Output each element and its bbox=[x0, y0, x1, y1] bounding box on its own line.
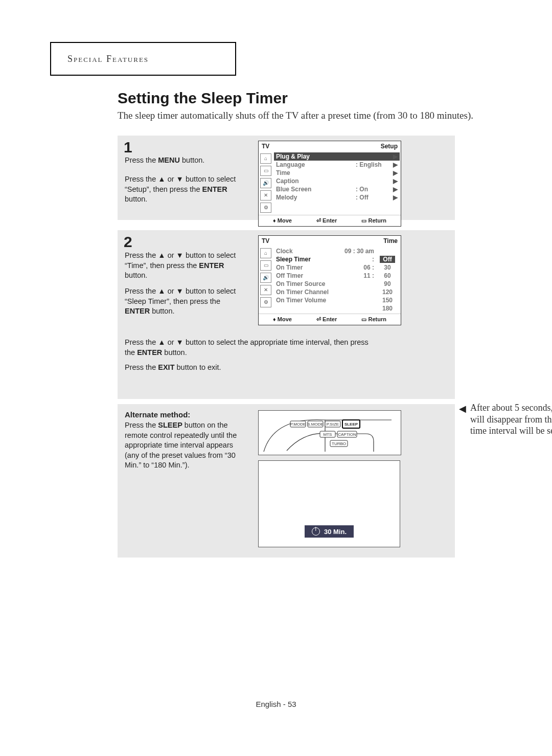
osd-row-on-timer-volume: On Timer Volume150 bbox=[276, 296, 398, 304]
osd-time-list: Clock09 : 30 am Sleep Timer:Off On Timer… bbox=[273, 246, 401, 314]
osd-foot-enter: ⏎ Enter bbox=[316, 316, 337, 323]
remote-pmode-label: P.MODE bbox=[290, 422, 306, 427]
setup-icon: ✕ bbox=[260, 285, 271, 295]
osd-foot-move: ♦ Move bbox=[273, 217, 292, 224]
step1-text-a: Press the MENU button. bbox=[125, 156, 227, 164]
sliders-icon: ⚙ bbox=[260, 297, 271, 307]
step-number-1: 1 bbox=[124, 139, 132, 156]
osd-category-icons: ⌂ ▭ 🔊 ✕ ⚙ bbox=[259, 151, 273, 215]
remote-turbo-label: TURBO bbox=[332, 441, 346, 446]
osd-foot-move: ♦ Move bbox=[273, 316, 292, 323]
step2-text-a: Press the ▲ or ▼ button to select “Time”… bbox=[125, 251, 242, 281]
remote-mts-label: MTS bbox=[324, 432, 332, 437]
tv-icon: ⌂ bbox=[260, 153, 271, 164]
section-header: Special Features bbox=[51, 54, 149, 64]
osd-row-melody: Melody: Off▶ bbox=[276, 193, 398, 202]
osd-row-option-180: 180 bbox=[276, 304, 398, 313]
osd-time-menu: TV Time ⌂ ▭ 🔊 ✕ ⚙ Clock09 : 30 am Sleep … bbox=[258, 235, 401, 325]
step-number-2: 2 bbox=[124, 233, 132, 251]
osd-sleep-value: 30 Min. bbox=[324, 528, 347, 536]
remote-svg: P.MODE S.MODE P.SIZE SLEEP MTS CAPTION T… bbox=[259, 411, 401, 455]
osd-menu-title: Time bbox=[383, 237, 398, 244]
osd-sleep-indicator: 30 Min. bbox=[305, 525, 354, 538]
osd-row-on-timer: On Timer06 :30 bbox=[276, 263, 398, 272]
step-2-panel: 2 Press the ▲ or ▼ button to select “Tim… bbox=[118, 230, 455, 399]
osd-setup-list: Plug & Play▶ Language: English▶ Time▶ Ca… bbox=[273, 151, 401, 215]
intro-text: The sleep timer automatically shuts off … bbox=[118, 110, 486, 121]
sliders-icon: ⚙ bbox=[260, 203, 271, 213]
alternate-heading: Alternate method: bbox=[125, 410, 190, 419]
step1-text-b: Press the ▲ or ▼ button to select “Setup… bbox=[125, 174, 242, 205]
power-timer-icon bbox=[312, 527, 320, 536]
chevron-right-icon: ▶ bbox=[392, 161, 398, 168]
chevron-right-icon: ▶ bbox=[392, 169, 398, 176]
chevron-right-icon: ▶ bbox=[392, 194, 398, 201]
picture-icon: ▭ bbox=[260, 166, 271, 176]
osd-tv-label: TV bbox=[262, 237, 269, 244]
up-triangle-icon: ▲ bbox=[158, 175, 165, 183]
section-header-box: Special Features bbox=[50, 42, 236, 76]
tv-icon: ⌂ bbox=[260, 248, 271, 258]
down-triangle-icon: ▼ bbox=[176, 175, 183, 183]
osd-row-on-timer-source: On Timer Source90 bbox=[276, 280, 398, 288]
osd-row-clock: Clock09 : 30 am bbox=[276, 247, 398, 255]
osd-row-on-timer-channel: On Timer Channel120 bbox=[276, 288, 398, 296]
step-1-panel: 1 Press the MENU button. Press the ▲ or … bbox=[118, 136, 455, 220]
osd-titlebar: TV Setup bbox=[259, 141, 401, 151]
osd-footer: ♦ Move ⏎ Enter ▭ Return bbox=[259, 215, 401, 226]
osd-row-plug-play: Plug & Play▶ bbox=[274, 152, 400, 161]
alternate-method-panel: Alternate method: Press the SLEEP button… bbox=[118, 404, 455, 558]
picture-icon: ▭ bbox=[260, 260, 271, 271]
osd-setup-menu: TV Setup ⌂ ▭ 🔊 ✕ ⚙ Plug & Play▶ Language… bbox=[258, 141, 401, 227]
remote-caption-label: CAPTION bbox=[338, 432, 356, 437]
alternate-text: Press the SLEEP button on the remote con… bbox=[125, 420, 242, 471]
osd-row-off-timer: Off Timer11 :60 bbox=[276, 272, 398, 280]
manual-page: Special Features Setting the Sleep Timer… bbox=[0, 0, 552, 756]
side-note: After about 5 seconds, the sleep display… bbox=[470, 402, 552, 437]
osd-foot-return: ▭ Return bbox=[361, 316, 386, 323]
sleep-timer-selected-option: Off bbox=[380, 256, 395, 263]
up-triangle-icon: ▲ bbox=[158, 338, 165, 346]
osd-row-language: Language: English▶ bbox=[276, 161, 398, 169]
osd-foot-return: ▭ Return bbox=[361, 217, 386, 224]
step2-text-b: Press the ▲ or ▼ button to select “Sleep… bbox=[125, 286, 242, 317]
left-triangle-icon: ◀ bbox=[459, 403, 466, 414]
remote-illustration: P.MODE S.MODE P.SIZE SLEEP MTS CAPTION T… bbox=[258, 410, 401, 455]
osd-row-caption: Caption▶ bbox=[276, 177, 398, 185]
page-footer: English - 53 bbox=[0, 700, 552, 708]
remote-smode-label: S.MODE bbox=[307, 422, 324, 427]
up-triangle-icon: ▲ bbox=[158, 287, 165, 295]
osd-footer: ♦ Move ⏎ Enter ▭ Return bbox=[259, 314, 401, 325]
osd-tv-label: TV bbox=[262, 143, 269, 150]
osd-menu-title: Setup bbox=[381, 143, 398, 150]
osd-row-time: Time▶ bbox=[276, 169, 398, 177]
step2-text-d: Press the EXIT button to exit. bbox=[125, 363, 380, 371]
chevron-right-icon: ▶ bbox=[392, 153, 398, 160]
down-triangle-icon: ▼ bbox=[176, 251, 183, 259]
step2-text-c: Press the ▲ or ▼ button to select the ap… bbox=[125, 338, 380, 358]
tv-screen-illustration: 30 Min. bbox=[258, 460, 400, 547]
remote-psize-label: P.SIZE bbox=[327, 422, 339, 427]
down-triangle-icon: ▼ bbox=[176, 338, 183, 346]
up-triangle-icon: ▲ bbox=[158, 251, 165, 259]
down-triangle-icon: ▼ bbox=[176, 287, 183, 295]
osd-titlebar: TV Time bbox=[259, 236, 401, 246]
chevron-right-icon: ▶ bbox=[392, 186, 398, 193]
chevron-right-icon: ▶ bbox=[392, 177, 398, 185]
osd-foot-enter: ⏎ Enter bbox=[316, 217, 337, 224]
remote-sleep-label: SLEEP bbox=[344, 422, 358, 427]
osd-category-icons: ⌂ ▭ 🔊 ✕ ⚙ bbox=[259, 246, 273, 314]
setup-icon: ✕ bbox=[260, 190, 271, 201]
sound-icon: 🔊 bbox=[260, 273, 271, 283]
osd-row-blue-screen: Blue Screen: On▶ bbox=[276, 185, 398, 193]
osd-row-sleep-timer: Sleep Timer:Off bbox=[276, 255, 398, 263]
sound-icon: 🔊 bbox=[260, 178, 271, 188]
page-title: Setting the Sleep Timer bbox=[118, 90, 288, 107]
